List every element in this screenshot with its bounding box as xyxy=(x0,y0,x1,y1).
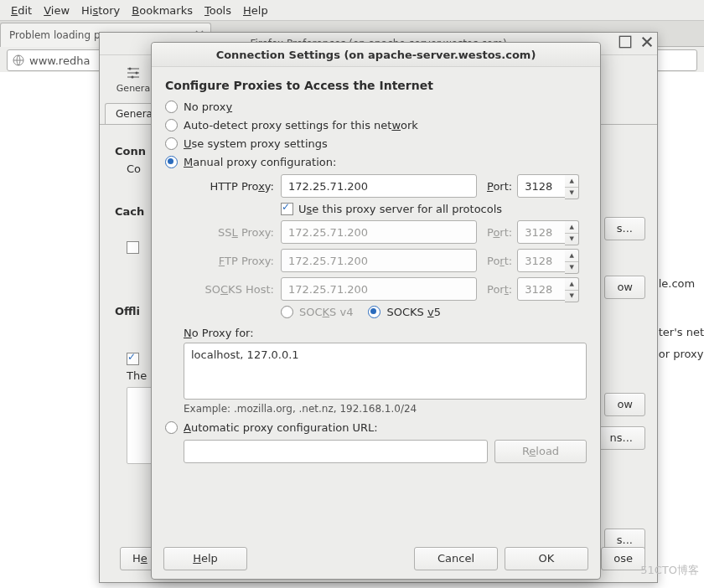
ftp-proxy-row: FTP Proxy: 172.25.71.200 Port: 3128 ▲▼ xyxy=(184,249,587,272)
no-proxy-example: Example: .mozilla.org, .net.nz, 192.168.… xyxy=(184,403,587,415)
menu-tools[interactable]: Tools xyxy=(199,4,237,17)
menu-history[interactable]: History xyxy=(75,4,126,17)
chevron-down-icon: ▼ xyxy=(565,234,578,245)
use-all-protocols-row[interactable]: Use this proxy server for all protocols xyxy=(281,203,587,215)
chevron-up-icon: ▲ xyxy=(565,175,578,188)
ok-button[interactable]: OK xyxy=(505,547,588,570)
clear-now-button[interactable]: ow xyxy=(604,276,645,299)
offline-checkbox[interactable] xyxy=(127,353,139,365)
http-proxy-row: HTTP Proxy: 172.25.71.200 Port: 3128 ▲▼ xyxy=(184,174,587,198)
chevron-down-icon: ▼ xyxy=(565,262,578,274)
menu-bookmarks[interactable]: Bookmarks xyxy=(126,4,199,17)
page-text-fragment: le.com ter's net or proxy xyxy=(659,273,704,365)
radio-icon xyxy=(165,156,178,168)
radio-manual-proxy[interactable]: Manual proxy configuration: xyxy=(165,156,587,168)
dialog-title: Connection Settings (on apache-server.we… xyxy=(216,49,536,61)
radio-icon xyxy=(165,421,178,434)
socks-proxy-row: SOCKS Host: 172.25.71.200 Port: 3128 ▲▼ xyxy=(184,277,587,301)
port-spinner[interactable]: ▲▼ xyxy=(565,174,579,199)
help-button[interactable]: Help xyxy=(163,547,247,570)
offline-ow-button[interactable]: ow xyxy=(604,393,645,416)
cache-checkbox[interactable] xyxy=(127,241,139,254)
globe-icon xyxy=(13,54,24,66)
chevron-up-icon: ▲ xyxy=(565,278,578,291)
chevron-up-icon: ▲ xyxy=(565,221,578,234)
radio-socks-v4: SOCKS v4 xyxy=(281,306,353,318)
preferences-close-button[interactable]: ose xyxy=(601,547,645,570)
menu-edit[interactable]: Edit xyxy=(5,4,38,17)
sliders-icon xyxy=(125,64,142,81)
auto-config-url-input[interactable] xyxy=(184,440,488,463)
port-spinner: ▲▼ xyxy=(565,220,579,245)
http-proxy-host[interactable]: 172.25.71.200 xyxy=(281,174,477,198)
connection-settings-dialog: Connection Settings (on apache-server.we… xyxy=(151,42,601,580)
dialog-footer: Help Cancel OK xyxy=(163,547,588,570)
chevron-down-icon: ▼ xyxy=(565,291,578,302)
menu-view[interactable]: View xyxy=(38,4,75,17)
url-text: www.redha xyxy=(29,54,90,67)
radio-icon xyxy=(165,101,178,113)
dialog-heading: Configure Proxies to Access the Internet xyxy=(165,79,587,92)
ssl-proxy-row: SSL Proxy: 172.25.71.200 Port: 3128 ▲▼ xyxy=(184,220,587,244)
maximize-icon[interactable] xyxy=(619,35,632,49)
reload-button[interactable]: Reload xyxy=(494,440,587,463)
svg-point-3 xyxy=(136,71,138,74)
radio-no-proxy[interactable]: No proxy xyxy=(165,101,587,113)
chevron-up-icon: ▲ xyxy=(565,250,578,262)
settings-button[interactable]: s... xyxy=(604,217,645,240)
radio-icon xyxy=(165,119,178,132)
chevron-down-icon: ▼ xyxy=(565,188,578,199)
radio-socks-v5[interactable]: SOCKS v5 xyxy=(368,306,440,318)
tab-title: Problem loading pa xyxy=(9,29,106,41)
radio-system-proxy[interactable]: Use system proxy settings xyxy=(165,137,587,150)
dialog-titlebar[interactable]: Connection Settings (on apache-server.we… xyxy=(152,43,600,67)
port-spinner: ▲▼ xyxy=(565,277,579,302)
radio-icon xyxy=(281,306,293,318)
svg-point-4 xyxy=(132,75,134,78)
radio-icon xyxy=(368,306,380,318)
svg-point-2 xyxy=(129,67,132,70)
exceptions-button[interactable]: ns... xyxy=(598,426,645,450)
cancel-button[interactable]: Cancel xyxy=(414,547,498,570)
svg-rect-1 xyxy=(619,36,630,47)
no-proxy-label: No Proxy for: xyxy=(184,327,587,339)
menubar: Edit View History Bookmarks Tools Help xyxy=(0,0,704,21)
socks-proxy-host: 172.25.71.200 xyxy=(281,277,477,301)
radio-icon xyxy=(165,137,178,150)
radio-auto-detect[interactable]: Auto-detect proxy settings for this netw… xyxy=(165,119,587,132)
menu-help[interactable]: Help xyxy=(237,4,274,17)
ssl-proxy-host: 172.25.71.200 xyxy=(281,220,477,244)
ftp-proxy-host: 172.25.71.200 xyxy=(281,249,477,272)
socks-version-row: SOCKS v4 SOCKS v5 xyxy=(281,306,587,318)
port-spinner: ▲▼ xyxy=(565,249,579,274)
radio-auto-url[interactable]: Automatic proxy configuration URL: xyxy=(165,421,587,434)
no-proxy-input[interactable]: localhost, 127.0.0.1 xyxy=(184,343,587,400)
use-all-checkbox[interactable] xyxy=(281,203,293,215)
close-icon[interactable] xyxy=(640,35,654,49)
manual-proxy-block: HTTP Proxy: 172.25.71.200 Port: 3128 ▲▼ … xyxy=(184,174,587,318)
